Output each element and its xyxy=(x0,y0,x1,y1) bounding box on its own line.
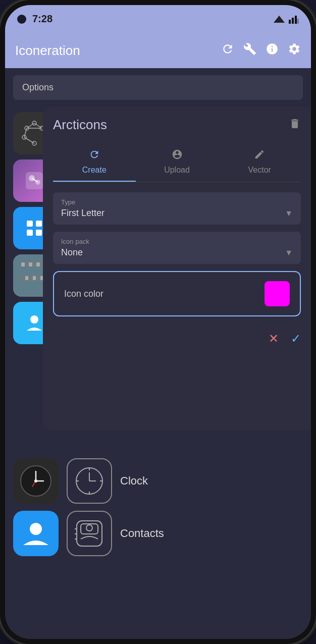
info-icon[interactable] xyxy=(266,42,279,59)
clock-row: Clock xyxy=(13,458,303,504)
app-bar: Iconeration xyxy=(5,33,311,68)
svg-rect-20 xyxy=(36,221,42,227)
svg-rect-22 xyxy=(36,230,42,236)
color-label: Icon color xyxy=(64,289,103,299)
clock-outline-icon[interactable] xyxy=(67,458,112,504)
svg-rect-19 xyxy=(27,221,33,227)
app-grid-area: Arcticons xyxy=(5,107,311,450)
tab-vector-label: Vector xyxy=(248,166,271,175)
app-actions xyxy=(221,42,301,59)
icon-pack-value-row: None ▼ xyxy=(61,247,293,258)
type-dropdown-arrow[interactable]: ▼ xyxy=(285,209,293,218)
screen: 7:28 Iconeration xyxy=(5,5,311,639)
confirm-button[interactable]: ✓ xyxy=(291,332,301,346)
delete-icon[interactable] xyxy=(289,118,301,133)
icon-color-field[interactable]: Icon color xyxy=(53,271,301,316)
color-swatch[interactable] xyxy=(265,281,290,306)
svg-rect-4 xyxy=(297,19,299,24)
phone-shell: 7:28 Iconeration xyxy=(0,0,316,644)
svg-marker-0 xyxy=(274,16,285,23)
tab-vector[interactable]: Vector xyxy=(218,143,301,182)
settings-icon[interactable] xyxy=(288,42,301,59)
refresh-icon[interactable] xyxy=(221,42,234,59)
options-label: Options xyxy=(22,82,54,92)
icon-pack-value: None xyxy=(61,247,83,258)
svg-line-10 xyxy=(27,123,34,128)
vector-icon xyxy=(254,149,265,163)
contacts-row: Contacts xyxy=(13,511,303,556)
svg-point-41 xyxy=(86,525,92,531)
svg-rect-15 xyxy=(26,172,43,189)
svg-rect-1 xyxy=(289,20,291,24)
wrench-icon[interactable] xyxy=(243,42,256,59)
clock-label: Clock xyxy=(120,474,148,488)
app-title: Iconeration xyxy=(15,43,80,59)
svg-rect-21 xyxy=(27,230,33,236)
signal-icon xyxy=(289,15,299,24)
contacts-outline-icon[interactable] xyxy=(67,511,112,556)
main-content: Options xyxy=(5,68,311,639)
contacts-label: Contacts xyxy=(120,527,164,540)
tab-upload-label: Upload xyxy=(164,166,190,175)
wifi-icon xyxy=(274,15,285,24)
svg-point-23 xyxy=(30,315,38,324)
tab-upload[interactable]: Upload xyxy=(136,143,219,182)
cancel-button[interactable]: ✕ xyxy=(269,332,279,346)
type-field[interactable]: Type First Letter ▼ xyxy=(53,192,301,225)
svg-line-11 xyxy=(34,123,42,128)
icon-pack-field[interactable]: Icon pack None ▼ xyxy=(53,232,301,264)
svg-rect-3 xyxy=(295,16,297,24)
type-label: Type xyxy=(61,198,293,206)
camera-dot xyxy=(17,15,26,24)
svg-line-14 xyxy=(24,137,34,143)
svg-point-29 xyxy=(34,479,37,482)
dialog-actions: ✕ ✓ xyxy=(53,327,301,346)
panel-header: Arcticons xyxy=(53,117,301,133)
upload-icon xyxy=(172,149,183,163)
status-right xyxy=(274,15,299,24)
status-left: 7:28 xyxy=(17,13,52,25)
svg-rect-2 xyxy=(292,18,294,24)
arcticons-panel: Arcticons xyxy=(43,107,311,430)
tab-create[interactable]: Create xyxy=(53,143,136,182)
svg-point-38 xyxy=(30,523,42,535)
create-icon xyxy=(89,149,100,163)
tab-create-label: Create xyxy=(82,166,107,175)
tabs: Create Upload xyxy=(53,143,301,182)
status-bar: 7:28 xyxy=(5,5,311,33)
type-value: First Letter xyxy=(61,208,104,219)
contacts-filled-icon[interactable] xyxy=(13,511,59,556)
options-bar[interactable]: Options xyxy=(13,75,303,100)
type-value-row: First Letter ▼ xyxy=(61,208,293,219)
bottom-section: Clock xyxy=(5,450,311,571)
status-time: 7:28 xyxy=(32,13,52,25)
clock-filled-icon[interactable] xyxy=(13,458,59,504)
icon-pack-dropdown-arrow[interactable]: ▼ xyxy=(285,248,293,257)
panel-title: Arcticons xyxy=(53,117,107,133)
icon-pack-label: Icon pack xyxy=(61,238,293,245)
